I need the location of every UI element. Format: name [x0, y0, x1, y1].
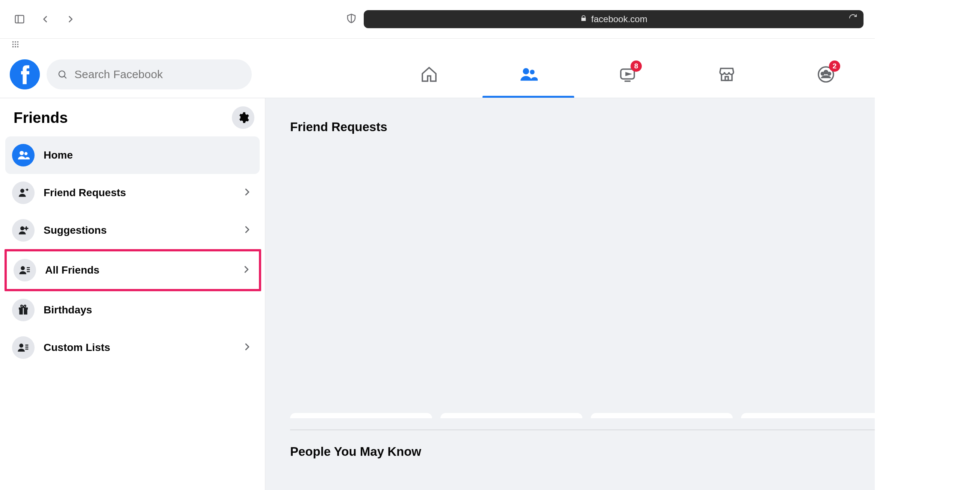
grid-menu-icon[interactable] [11, 40, 19, 50]
friends-icon [12, 144, 35, 167]
nav-friends[interactable] [479, 51, 578, 98]
svg-point-11 [17, 46, 19, 48]
friend-requests-heading: Friend Requests [290, 120, 955, 134]
svg-point-8 [17, 44, 19, 45]
svg-point-4 [15, 41, 16, 43]
sidebar-item-label: All Friends [45, 264, 100, 276]
friends-icon [519, 65, 538, 84]
search-box[interactable] [46, 59, 252, 89]
search-icon [57, 69, 68, 80]
svg-point-22 [824, 70, 828, 74]
watch-badge: 8 [630, 60, 642, 72]
marketplace-icon [718, 65, 736, 83]
chevron-right-icon [241, 264, 252, 277]
svg-rect-32 [27, 271, 30, 272]
nav-home[interactable] [380, 51, 479, 98]
svg-point-10 [15, 46, 16, 48]
friend-list-icon [12, 336, 35, 359]
sidebar-item-label: Friend Requests [44, 187, 126, 199]
svg-point-6 [13, 44, 14, 45]
friend-request-icon [12, 181, 35, 204]
sidebar-title: Friends [14, 109, 68, 126]
reload-button[interactable] [848, 14, 858, 25]
svg-point-28 [20, 226, 24, 230]
home-icon [420, 65, 438, 83]
chevron-right-icon [242, 186, 253, 199]
friend-request-card[interactable] [741, 413, 883, 418]
sidebar-list: Home Friend Requests Suggestions [0, 134, 265, 369]
friend-request-card[interactable] [441, 413, 582, 418]
svg-point-36 [19, 344, 23, 348]
friend-list-icon [14, 259, 36, 282]
svg-point-16 [530, 70, 535, 75]
friend-requests-area [290, 148, 955, 418]
svg-point-13 [59, 71, 65, 76]
nav-groups[interactable]: 2 [776, 51, 875, 98]
svg-point-25 [19, 151, 24, 155]
card-placeholders [290, 413, 955, 418]
chevron-right-icon [242, 341, 253, 354]
svg-rect-38 [25, 347, 28, 348]
sidebar-item-label: Birthdays [44, 304, 92, 316]
chevron-right-icon [242, 224, 253, 237]
browser-favorites-row [0, 39, 980, 51]
friends-sidebar: Friends Home Friend Requests [0, 98, 265, 490]
svg-rect-0 [15, 15, 24, 23]
sidebar-item-label: Custom Lists [44, 342, 110, 353]
svg-rect-20 [725, 76, 728, 80]
svg-point-24 [828, 72, 831, 75]
top-nav: 8 2 [380, 51, 875, 98]
sidebar-item-friend-requests[interactable]: Friend Requests [5, 174, 260, 212]
sidebar-item-home[interactable]: Home [5, 137, 260, 174]
nav-watch[interactable]: 8 [578, 51, 677, 98]
svg-point-7 [15, 44, 16, 45]
facebook-top-bar: 8 2 [0, 51, 980, 98]
svg-marker-18 [626, 73, 630, 75]
url-text: facebook.com [591, 14, 647, 24]
friend-request-card[interactable] [591, 413, 733, 418]
svg-point-3 [13, 41, 14, 43]
people-you-may-know-heading: People You May Know [290, 444, 955, 459]
svg-point-29 [21, 266, 25, 270]
privacy-shield-icon[interactable] [346, 13, 357, 25]
search-input[interactable] [75, 68, 241, 81]
url-bar[interactable]: facebook.com [364, 10, 864, 28]
svg-point-27 [20, 189, 24, 193]
settings-button[interactable] [232, 107, 255, 129]
friend-request-card[interactable] [290, 413, 432, 418]
gift-icon [12, 299, 35, 321]
groups-badge: 2 [829, 60, 840, 72]
forward-button[interactable] [62, 11, 79, 27]
svg-rect-30 [27, 267, 30, 268]
sidebar-item-label: Suggestions [44, 224, 107, 236]
sidebar-item-all-friends[interactable]: All Friends [7, 251, 259, 289]
viewport-cutoff [875, 0, 980, 490]
svg-rect-39 [25, 349, 28, 350]
svg-rect-37 [25, 345, 28, 346]
svg-line-14 [64, 76, 67, 78]
svg-point-23 [821, 72, 824, 75]
sidebar-item-birthdays[interactable]: Birthdays [5, 291, 260, 329]
svg-point-26 [24, 152, 28, 156]
sidebar-item-custom-lists[interactable]: Custom Lists [5, 329, 260, 366]
lock-icon [580, 14, 587, 24]
back-button[interactable] [37, 11, 53, 27]
svg-rect-35 [23, 307, 24, 315]
svg-rect-31 [27, 269, 30, 270]
friend-add-icon [12, 219, 35, 242]
svg-point-5 [17, 41, 19, 43]
main-content: Friend Requests People You May Know [265, 98, 980, 490]
section-divider [290, 430, 955, 430]
svg-point-9 [13, 46, 14, 48]
facebook-logo[interactable] [10, 59, 40, 89]
sidebar-item-suggestions[interactable]: Suggestions [5, 212, 260, 249]
nav-marketplace[interactable] [677, 51, 776, 98]
highlight-annotation: All Friends [5, 249, 261, 291]
svg-point-15 [523, 68, 529, 75]
gear-icon [237, 111, 250, 124]
browser-chrome: facebook.com [0, 0, 980, 39]
sidebar-item-label: Home [44, 149, 73, 161]
sidebar-toggle-button[interactable] [11, 11, 28, 27]
